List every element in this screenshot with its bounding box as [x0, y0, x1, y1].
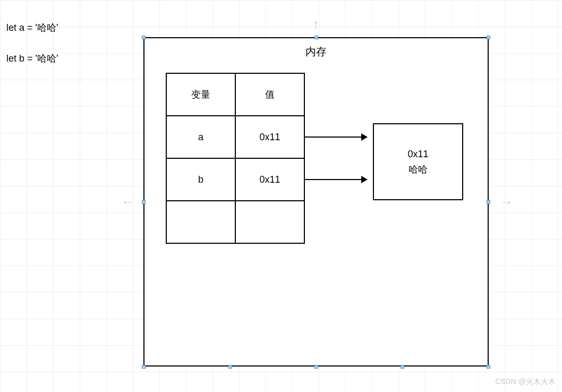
- heap-value: 哈哈: [408, 162, 428, 177]
- table-row: b 0x11: [166, 158, 304, 201]
- selection-handle[interactable]: [142, 36, 146, 39]
- arrow-up-icon[interactable]: ↑: [312, 16, 319, 32]
- heap-address: 0x11: [407, 147, 428, 162]
- selection-handle[interactable]: [142, 200, 146, 204]
- arrow-b-to-heap: [305, 179, 367, 180]
- memory-title: 内存: [144, 38, 488, 59]
- code-line-1: let a = '哈哈': [6, 21, 58, 34]
- header-value: 值: [235, 73, 304, 116]
- cell-var-empty: [166, 201, 235, 243]
- selection-handle[interactable]: [142, 365, 146, 369]
- arrow-a-to-heap: [305, 137, 367, 138]
- selection-handle[interactable]: [487, 200, 490, 204]
- cell-val-b: 0x11: [235, 158, 304, 201]
- selection-handle[interactable]: [401, 365, 404, 369]
- cell-val-empty: [235, 201, 304, 243]
- cell-val-a: 0x11: [235, 116, 304, 158]
- table-row: [166, 201, 304, 243]
- memory-container: 内存 变量 值 a 0x11 b 0x11 0x11 哈哈: [143, 37, 489, 367]
- cell-var-a: a: [166, 116, 235, 158]
- code-line-2: let b = '哈哈': [6, 52, 58, 65]
- selection-handle[interactable]: [228, 365, 232, 369]
- arrow-right-icon[interactable]: →: [499, 194, 513, 210]
- variable-table: 变量 值 a 0x11 b 0x11: [166, 73, 305, 244]
- selection-handle[interactable]: [314, 36, 318, 39]
- watermark: CSDN @火木火木: [495, 377, 556, 387]
- selection-handle[interactable]: [487, 36, 490, 39]
- arrow-left-icon[interactable]: ←: [121, 194, 135, 210]
- table-row: a 0x11: [166, 116, 304, 158]
- selection-handle[interactable]: [487, 365, 490, 369]
- table-header-row: 变量 值: [166, 73, 304, 116]
- heap-object: 0x11 哈哈: [373, 123, 463, 200]
- cell-var-b: b: [166, 158, 235, 201]
- selection-handle[interactable]: [314, 365, 318, 369]
- header-variable: 变量: [166, 73, 235, 116]
